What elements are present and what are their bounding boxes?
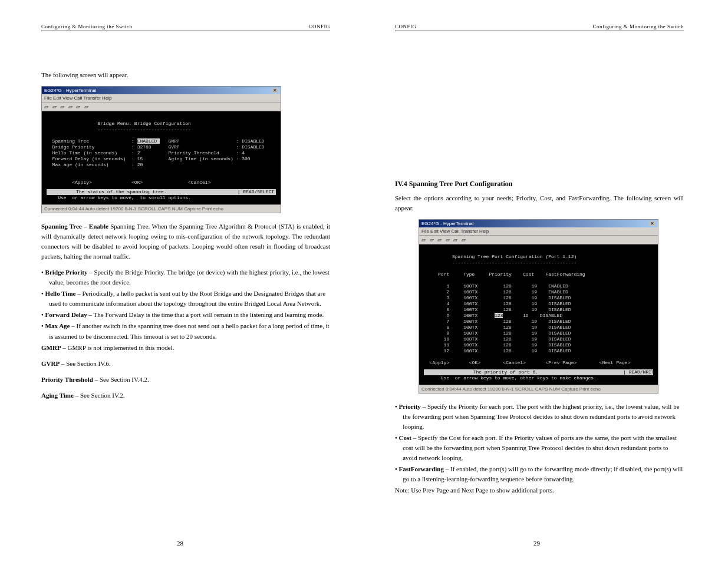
page-number-right: 29 [533,540,540,547]
right-ss-title: EG24*G - HyperTerminal [421,221,473,226]
right-sec-title: IV.4 Spanning Tree Port Configuration [395,180,684,189]
left-p-gvrp: GVRP – See Section IV.6. [41,359,330,369]
hdr-right-rule [395,31,684,31]
left-ss-titlebar: EG24*G - HyperTerminal ✕ [42,87,281,94]
left-p-pt: Priority Threshold – See Section IV.4.2. [41,375,330,385]
left-screenshot: EG24*G - HyperTerminal ✕ File Edit View … [41,86,281,213]
hdr-left-title: Configuring & Monitoring the Switch [41,24,133,29]
left-ss-menubar: File Edit View Call Transfer Help [42,94,281,103]
left-ss-body: Bridge Menu: Bridge Configuration ------… [42,111,281,204]
left-intro: The following screen will appear. [41,70,330,80]
close-icon: ✕ [272,88,278,93]
right-b-cost: Cost – Specify the Cost for each port. I… [395,433,684,463]
hdr-right-tag: CONFIG [395,24,417,29]
left-p-at: Aging Time – See Section IV.2. [41,391,330,401]
close-icon: ✕ [649,221,655,226]
right-ss-body: Spanning Tree Port Configuration (Port 1… [419,244,658,385]
left-b-forwarddelay: Forward Delay – The Forward Delay is the… [41,310,330,320]
right-screenshot: EG24*G - HyperTerminal ✕ File Edit View … [419,219,658,394]
left-b-hellotime: Hello Time – Periodically, a hello packe… [41,289,330,309]
right-ss-menubar: File Edit View Call Transfer Help [419,227,658,236]
left-p-spanningtree: Spanning Tree – Enable Spanning Tree. Wh… [41,222,330,262]
right-ss-status: Connected 0:04:44 Auto detect 19200 8-N-… [419,385,658,393]
right-b-priority: Priority – Specify the Priority for each… [395,402,684,432]
left-b-bridgepriority: Bridge Priority – Specify the Bridge Pri… [41,267,330,287]
hdr-left-rule [41,31,330,31]
right-b-fastfwd: FastForwarding – If enabled, the port(s)… [395,464,684,484]
left-ss-title: EG24*G - HyperTerminal [44,88,96,93]
right-ss-toolbar: ▱ ▱ ▱ ▱ ▱ ▱ [419,236,658,244]
left-ss-toolbar: ▱ ▱ ▱ ▱ ▱ ▱ [42,103,281,111]
left-b-maxage: Max Age – If another switch in the spann… [41,321,330,341]
page-number-left: 28 [177,540,183,547]
hdr-right-title: Configuring & Monitoring the Switch [593,24,684,29]
left-ss-status: Connected 0:04:44 Auto detect 19200 8-N-… [42,204,281,213]
left-p-gmrp: GMRP – GMRP is not implemented in this m… [41,343,330,353]
hdr-left-tag: CONFIG [308,24,330,29]
right-ss-titlebar: EG24*G - HyperTerminal ✕ [419,220,658,227]
right-note: Note: Use Prev Page and Next Page to sho… [395,485,684,495]
right-p1: Select the options according to your nee… [395,193,684,213]
